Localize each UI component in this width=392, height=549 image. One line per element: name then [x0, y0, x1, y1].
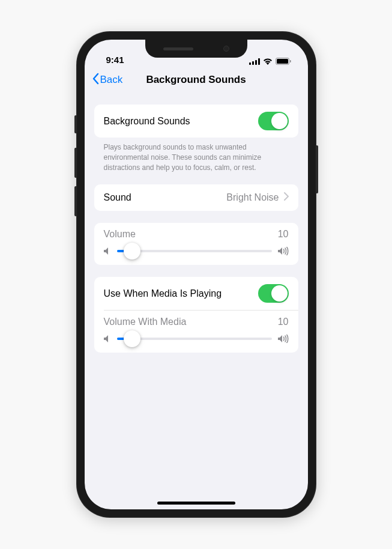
media-volume-slider-container [104, 335, 289, 343]
volume-slider-container [104, 247, 289, 255]
power-button [316, 145, 318, 193]
svg-rect-0 [249, 62, 251, 65]
background-sounds-toggle-row[interactable]: Background Sounds [94, 105, 298, 138]
toggle-knob [271, 113, 288, 129]
volume-slider[interactable] [117, 250, 272, 252]
sound-card: Sound Bright Noise [94, 184, 298, 211]
toggle-knob [271, 285, 288, 302]
volume-slider-thumb[interactable] [124, 243, 140, 259]
volume-up-button [74, 148, 77, 178]
media-section: Use When Media Is Playing Volume With Me… [94, 277, 298, 353]
media-toggle-row[interactable]: Use When Media Is Playing [94, 277, 298, 310]
media-volume-slider-row: Volume With Media 10 [94, 311, 298, 353]
volume-value: 10 [278, 229, 289, 240]
speaker-low-icon [104, 247, 111, 255]
chevron-left-icon [92, 73, 99, 88]
notch-camera [223, 46, 229, 52]
volume-header: Volume 10 [104, 229, 289, 240]
speaker-high-icon [278, 247, 289, 255]
media-toggle-label: Use When Media Is Playing [104, 288, 222, 299]
status-time: 9:41 [101, 55, 124, 65]
volume-down-button [74, 186, 77, 216]
background-sounds-section: Background Sounds Plays background sound… [94, 105, 298, 172]
status-icons [249, 58, 291, 65]
media-volume-header: Volume With Media 10 [104, 317, 289, 327]
media-volume-slider-thumb[interactable] [124, 330, 140, 347]
sound-value-container: Bright Noise [226, 192, 288, 203]
back-button[interactable]: Back [92, 73, 123, 88]
notch-speaker [163, 47, 193, 50]
volume-section: Volume 10 [94, 223, 298, 265]
background-sounds-toggle[interactable] [258, 112, 289, 130]
phone-screen: 9:41 Back Background Sounds [85, 40, 308, 509]
phone-frame: 9:41 Back Background Sounds [76, 31, 316, 518]
speaker-high-icon [278, 335, 289, 343]
media-volume-slider[interactable] [117, 338, 272, 340]
sound-value: Bright Noise [226, 192, 279, 203]
volume-slider-row: Volume 10 [94, 223, 298, 265]
phone-side-buttons-left [74, 115, 77, 225]
media-card: Use When Media Is Playing Volume With Me… [94, 277, 298, 353]
home-indicator[interactable] [157, 502, 235, 505]
svg-rect-2 [255, 60, 257, 65]
speaker-low-icon [104, 335, 111, 343]
media-volume-value: 10 [278, 317, 289, 327]
battery-icon [276, 58, 291, 65]
svg-rect-1 [252, 61, 254, 65]
notch [145, 40, 247, 58]
sound-section: Sound Bright Noise [94, 184, 298, 211]
media-toggle[interactable] [258, 284, 289, 303]
background-sounds-label: Background Sounds [104, 116, 190, 127]
media-volume-label: Volume With Media [104, 317, 187, 327]
cellular-signal-icon [249, 58, 260, 65]
svg-rect-5 [277, 59, 288, 64]
back-label: Back [100, 74, 123, 86]
svg-rect-6 [290, 60, 291, 62]
sound-label: Sound [104, 192, 131, 203]
volume-card: Volume 10 [94, 223, 298, 265]
chevron-right-icon [284, 192, 289, 203]
mute-switch [74, 115, 77, 133]
wifi-icon [263, 58, 273, 65]
content-area: Background Sounds Plays background sound… [85, 105, 308, 353]
volume-label: Volume [104, 229, 136, 240]
phone-side-buttons-right [316, 145, 318, 193]
svg-rect-3 [258, 58, 260, 65]
background-sounds-card: Background Sounds [94, 105, 298, 138]
navigation-bar: Back Background Sounds [85, 67, 308, 93]
sound-row[interactable]: Sound Bright Noise [94, 184, 298, 211]
background-sounds-description: Plays background sounds to mask unwanted… [94, 138, 298, 172]
